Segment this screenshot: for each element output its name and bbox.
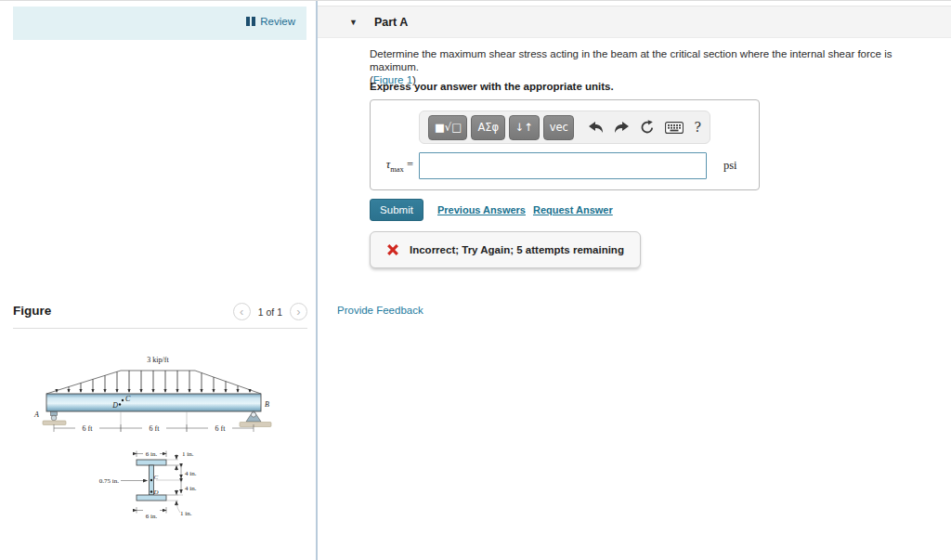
redo-button[interactable] — [614, 121, 630, 134]
support-a-label: A — [33, 410, 39, 419]
provide-feedback-link[interactable]: Provide Feedback — [337, 305, 423, 316]
part-a-title: Part A — [374, 16, 408, 29]
figure-title: Figure — [13, 304, 51, 318]
load-label: 3 kip/ft — [147, 356, 169, 364]
review-label: Review — [260, 16, 295, 27]
sec-bottom-width: 6 in. — [146, 513, 158, 520]
sec-upper-height: 4 in. — [185, 470, 197, 477]
incorrect-alert: Incorrect; Try Again; 5 attempts remaini… — [370, 231, 641, 268]
reset-icon — [640, 120, 655, 135]
reset-button[interactable] — [640, 120, 655, 135]
submit-button[interactable]: Submit — [370, 199, 423, 221]
beam-figure: 3 kip/ft — [23, 352, 311, 445]
question-sentence: Determine the maximum shear stress actin… — [370, 48, 892, 72]
dim-3: 6 ft — [215, 424, 227, 433]
point-d-label: D — [111, 401, 118, 410]
unit-label: psi — [707, 159, 737, 173]
updown-arrows-button[interactable]: ↓↑ — [509, 115, 540, 140]
math-template-button[interactable]: ■√□ — [428, 115, 467, 140]
support-a-roller — [43, 412, 66, 425]
keyboard-button[interactable] — [665, 122, 684, 134]
action-row: Submit Previous Answers Request Answer — [370, 199, 613, 221]
greek-symbols-button[interactable]: ΑΣφ — [471, 115, 504, 140]
support-b-pin — [240, 410, 271, 427]
help-button[interactable]: ? — [694, 120, 701, 135]
sec-web-thickness: 0.75 in. — [99, 477, 119, 485]
previous-answers-link[interactable]: Previous Answers — [437, 204, 526, 215]
answer-box: ■√□ ΑΣφ ↓↑ vec — [370, 99, 760, 190]
cross-section-figure: 6 in. 1 in. 0.75 in. C D 4 in. 4 in. 6 i… — [88, 443, 246, 528]
review-banner: Review — [13, 7, 306, 40]
sec-top-width: 6 in. — [146, 450, 158, 458]
figure-header: Figure ‹ 1 of 1 › — [13, 302, 307, 324]
point-c-label: C — [125, 395, 131, 403]
beam-dimensions: 6 ft 6 ft 6 ft — [54, 411, 254, 433]
dim-2: 6 ft — [150, 424, 161, 433]
sec-bottom-thickness: 1 in. — [180, 510, 192, 517]
redo-icon — [614, 121, 630, 134]
page: Review Figure ‹ 1 of 1 › 3 kip/ft — [0, 0, 951, 560]
figure-next-button[interactable]: › — [290, 303, 307, 320]
equation-toolbar: ■√□ ΑΣφ ↓↑ vec — [419, 111, 710, 144]
tau-subscript: max — [390, 164, 404, 174]
book-icon — [246, 17, 255, 26]
vector-button[interactable]: vec — [543, 115, 575, 140]
support-b-label: B — [265, 400, 269, 409]
figure-divider — [13, 328, 307, 329]
answer-input[interactable] — [419, 152, 707, 179]
answer-row: τmax = psi — [378, 152, 737, 179]
request-answer-link[interactable]: Request Answer — [533, 204, 613, 215]
sec-top-thickness: 1 in. — [182, 450, 194, 458]
answer-instruction: Express your answer with the appropriate… — [370, 81, 614, 92]
keyboard-icon — [665, 122, 684, 134]
alert-message: Incorrect; Try Again; 5 attempts remaini… — [410, 244, 624, 255]
undo-icon — [588, 121, 604, 134]
figure-page-indicator: 1 of 1 — [258, 306, 282, 318]
sec-lower-height: 4 in. — [185, 485, 197, 492]
panel-divider — [316, 1, 318, 560]
dim-1: 6 ft — [83, 424, 94, 433]
incorrect-x-icon — [386, 243, 399, 256]
part-a-header[interactable]: ▼ Part A — [318, 6, 951, 38]
figure-prev-button[interactable]: ‹ — [233, 303, 251, 320]
undo-button[interactable] — [588, 121, 604, 134]
figure-pager: ‹ 1 of 1 › — [233, 303, 307, 320]
review-link[interactable]: Review — [246, 16, 295, 27]
collapse-caret-icon[interactable]: ▼ — [349, 18, 358, 27]
answer-variable-label: τmax = — [378, 158, 419, 174]
equals-sign: = — [407, 158, 413, 171]
beam-body — [46, 394, 261, 411]
